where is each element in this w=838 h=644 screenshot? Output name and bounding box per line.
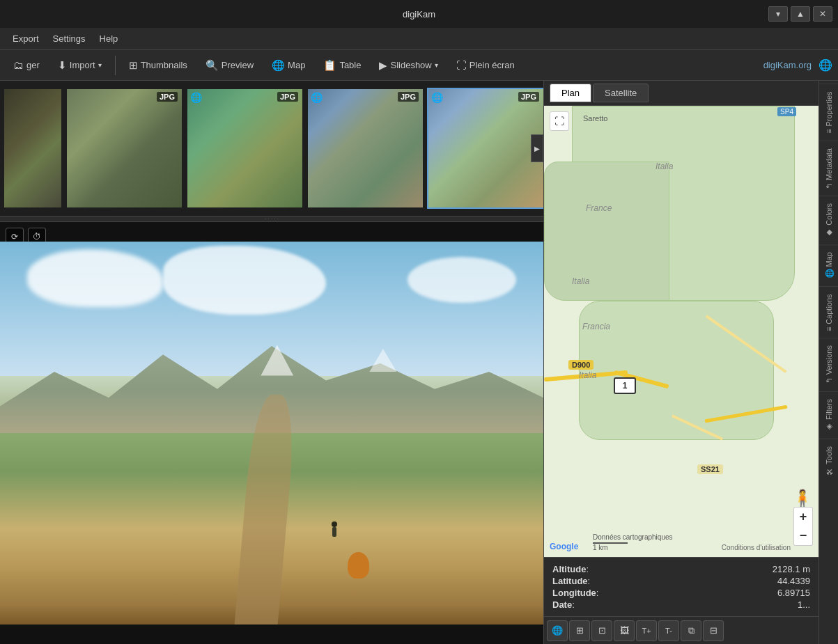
sidebar-item-captions[interactable]: ≡ Captions bbox=[819, 286, 838, 338]
right-sidebar: ≡ Properties ↰ Metadata ◆ Colors 🌐 Map ≡… bbox=[818, 81, 838, 644]
sidebar-item-metadata[interactable]: ↰ Metadata bbox=[819, 141, 838, 196]
road-label-ss21: SS21 bbox=[697, 464, 723, 474]
close-button[interactable]: ✕ bbox=[813, 6, 832, 22]
preview-button[interactable]: 🔍 Preview bbox=[198, 55, 261, 76]
sidebar-item-map[interactable]: 🌐 Map bbox=[819, 244, 838, 285]
map-fullscreen-button[interactable]: ⛶ bbox=[550, 111, 569, 131]
map-container[interactable]: Saretto Italia France Italia Francia Ita… bbox=[544, 106, 818, 557]
digikam-org-link[interactable]: digiKam.org bbox=[763, 60, 812, 70]
import-icon: ⬇ bbox=[58, 59, 67, 72]
thumbnail-2[interactable]: JPG bbox=[65, 88, 183, 209]
globe-icon: 🌐 bbox=[818, 58, 832, 72]
gps-altitude-value: 2128.1 m bbox=[773, 564, 810, 574]
road-label-d900: D900 bbox=[568, 360, 593, 370]
maximize-button[interactable]: ▲ bbox=[791, 6, 810, 22]
thumb-badge-5: JPG bbox=[518, 92, 539, 102]
gps-date-row: Date: 1... bbox=[552, 599, 810, 611]
main-area: JPG 🌐 JPG 🌐 JPG 🌐 JPG ▶ · · · · · bbox=[0, 81, 838, 644]
map-button[interactable]: 🌐 Map bbox=[264, 55, 313, 76]
menubar: Export Settings Help bbox=[0, 28, 838, 50]
colors-icon: ◆ bbox=[824, 228, 833, 237]
thumbnail-resize-bar[interactable]: · · · · · bbox=[0, 217, 543, 222]
map-zoom-out[interactable]: − bbox=[793, 526, 813, 546]
map-bot-image[interactable]: 🖼 bbox=[614, 620, 635, 641]
map-bot-grid[interactable]: ⊞ bbox=[569, 620, 590, 641]
thumbnail-1[interactable] bbox=[3, 88, 63, 209]
map-tab-satellite[interactable]: Satellite bbox=[593, 84, 649, 102]
gps-info: Altitude: 2128.1 m Latitude: 44.4339 Lon… bbox=[544, 557, 818, 616]
menu-settings[interactable]: Settings bbox=[46, 31, 93, 47]
map-bot-text-plus[interactable]: T+ bbox=[636, 620, 657, 641]
map-bot-globe[interactable]: 🌐 bbox=[547, 620, 568, 641]
gps-altitude-row: Altitude: 2128.1 m bbox=[552, 563, 810, 575]
table-icon: 📋 bbox=[323, 59, 336, 72]
map-scale: Données cartographiques 1 km bbox=[593, 533, 673, 551]
gps-altitude-label: Altitude: bbox=[552, 564, 589, 574]
import-dropdown-arrow[interactable]: ▾ bbox=[98, 61, 102, 69]
map-bot-frame[interactable]: ⊡ bbox=[591, 620, 612, 641]
map-bot-collapse[interactable]: ⊟ bbox=[703, 620, 724, 641]
gps-longitude-value: 6.89715 bbox=[777, 588, 810, 598]
sidebar-item-versions[interactable]: ↰ Versions bbox=[819, 338, 838, 391]
thumb-badge-3: JPG bbox=[277, 92, 298, 102]
map-toolbar-icon: 🌐 bbox=[272, 59, 285, 72]
metadata-icon: ↰ bbox=[824, 182, 833, 189]
thumbnail-scroll-right[interactable]: ▶ bbox=[531, 134, 543, 162]
map-streetview-person[interactable]: 🧍 bbox=[792, 489, 813, 508]
map-bot-expand[interactable]: ⧉ bbox=[681, 620, 701, 641]
titlebar: digiKam ▾ ▲ ✕ bbox=[0, 0, 838, 28]
thumb-globe-3: 🌐 bbox=[190, 92, 202, 103]
google-logo: Google bbox=[550, 542, 578, 551]
import-button[interactable]: ⬇ Import ▾ bbox=[50, 55, 109, 76]
manager-icon: 🗂 bbox=[13, 59, 24, 71]
map-usage-link[interactable]: Conditions d'utilisation bbox=[722, 544, 791, 551]
window-controls: ▾ ▲ ✕ bbox=[768, 6, 832, 22]
map-toolbar: Plan Satellite bbox=[544, 81, 818, 106]
sp4-badge: SP4 bbox=[777, 107, 796, 116]
captions-icon: ≡ bbox=[825, 327, 833, 331]
thumbnails-icon: ⊞ bbox=[129, 59, 138, 72]
map-background: Saretto Italia France Italia Francia Ita… bbox=[544, 106, 818, 557]
manager-button[interactable]: 🗂 ger bbox=[6, 55, 47, 75]
properties-icon: ≡ bbox=[825, 129, 833, 133]
slideshow-button[interactable]: ▶ Slideshow ▾ bbox=[371, 55, 445, 76]
map-bot-text-minus[interactable]: T- bbox=[658, 620, 679, 641]
map-label-france-1: France bbox=[586, 203, 612, 213]
thumbnail-5[interactable]: 🌐 JPG bbox=[427, 88, 543, 209]
thumbnail-strip: JPG 🌐 JPG 🌐 JPG 🌐 JPG ▶ bbox=[0, 81, 543, 217]
map-zoom-in[interactable]: + bbox=[793, 507, 813, 526]
sidebar-item-filters[interactable]: ◈ Filters bbox=[819, 391, 838, 439]
thumb-globe-5: 🌐 bbox=[431, 92, 443, 103]
thumb-badge-4: JPG bbox=[398, 92, 419, 102]
left-panel: JPG 🌐 JPG 🌐 JPG 🌐 JPG ▶ · · · · · bbox=[0, 81, 543, 644]
slideshow-icon: ▶ bbox=[379, 59, 387, 72]
preview-icon: 🔍 bbox=[205, 59, 219, 72]
sidebar-item-properties[interactable]: ≡ Properties bbox=[819, 84, 838, 141]
gps-latitude-row: Latitude: 44.4339 bbox=[552, 575, 810, 587]
map-tab-plan[interactable]: Plan bbox=[550, 84, 591, 102]
thumbnails-button[interactable]: ⊞ Thumbnails bbox=[121, 55, 195, 76]
tools-icon: ⚒ bbox=[824, 466, 833, 476]
slideshow-dropdown-arrow[interactable]: ▾ bbox=[435, 61, 438, 69]
table-button[interactable]: 📋 Table bbox=[316, 55, 368, 76]
thumbnail-4[interactable]: 🌐 JPG bbox=[307, 88, 424, 209]
plein-ecran-button[interactable]: ⛶ Plein écran bbox=[449, 55, 522, 75]
map-zoom-controls: + − bbox=[793, 507, 813, 546]
map-photo-marker[interactable]: 1 bbox=[614, 377, 636, 394]
minimize-button[interactable]: ▾ bbox=[768, 6, 788, 22]
map-label-italia-2: Italia bbox=[572, 276, 589, 286]
sidebar-item-tools[interactable]: ⚒ Tools bbox=[819, 439, 838, 483]
menu-export[interactable]: Export bbox=[6, 31, 46, 47]
map-bottom-toolbar: 🌐 ⊞ ⊡ 🖼 T+ T- ⧉ ⊟ bbox=[544, 616, 818, 644]
filters-icon: ◈ bbox=[824, 423, 833, 432]
gps-date-label: Date: bbox=[552, 599, 575, 610]
sidebar-item-colors[interactable]: ◆ Colors bbox=[819, 196, 838, 244]
thumbnail-3[interactable]: 🌐 JPG bbox=[186, 88, 304, 209]
toolbar-separator bbox=[115, 56, 116, 75]
gps-longitude-label: Longitude: bbox=[552, 588, 598, 598]
menu-help[interactable]: Help bbox=[93, 31, 125, 47]
thumb-badge-2: JPG bbox=[157, 92, 178, 102]
map-label-saretto: Saretto bbox=[583, 114, 607, 123]
gps-latitude-value: 44.4339 bbox=[777, 576, 810, 586]
plein-ecran-icon: ⛶ bbox=[456, 59, 467, 71]
